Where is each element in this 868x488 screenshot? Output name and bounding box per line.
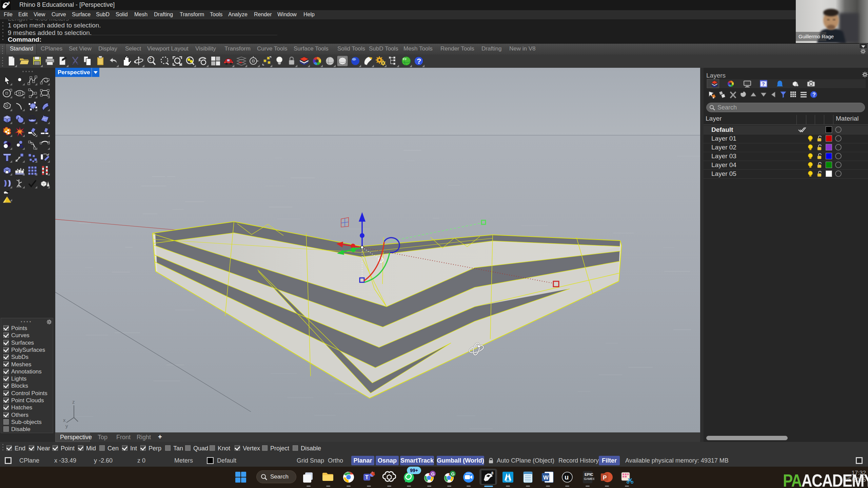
- svg-text:x: x: [63, 417, 66, 423]
- svg-text:y: y: [65, 423, 68, 429]
- svg-text:u: u: [565, 473, 569, 481]
- svg-text:?: ?: [762, 81, 765, 87]
- svg-text:GAMES: GAMES: [584, 477, 594, 481]
- svg-text:z: z: [72, 399, 75, 405]
- svg-text:AYA: AYA: [506, 480, 511, 483]
- svg-text:W: W: [543, 474, 549, 481]
- svg-text:+: +: [712, 96, 714, 100]
- svg-text:?: ?: [812, 92, 816, 98]
- svg-text:zoom: zoom: [466, 472, 472, 474]
- svg-text:8: 8: [8, 1, 10, 4]
- svg-text:-: -: [150, 58, 151, 63]
- svg-text:8: 8: [491, 471, 493, 475]
- svg-text:T: T: [365, 474, 369, 480]
- svg-text:?: ?: [417, 57, 421, 65]
- svg-text:G: G: [451, 471, 455, 476]
- svg-text:EPIC: EPIC: [585, 472, 593, 476]
- svg-text:G: G: [431, 471, 435, 476]
- svg-text:P: P: [603, 474, 607, 481]
